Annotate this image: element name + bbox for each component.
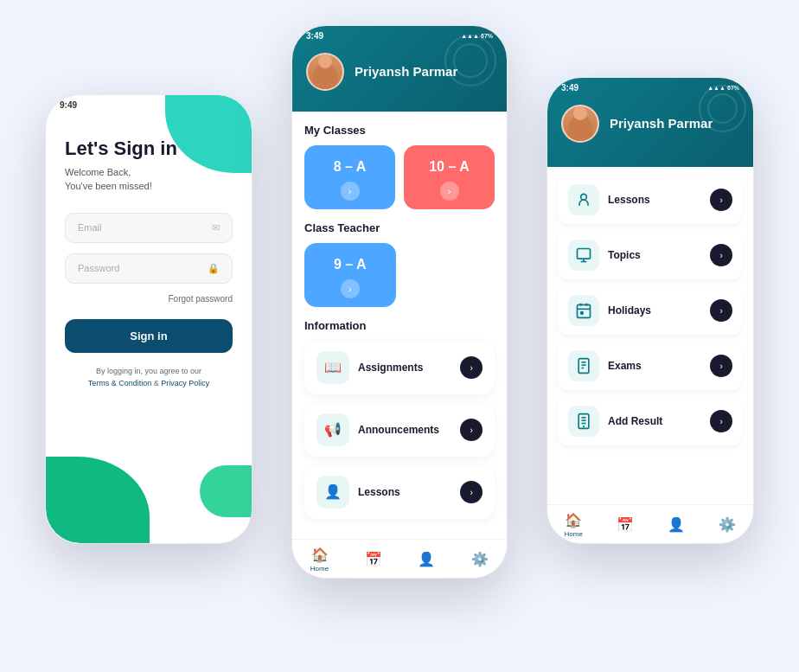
class-card-9a[interactable]: 9 – A › (304, 243, 396, 307)
class-8a-label: 8 – A (334, 159, 367, 175)
calendar-icon-right: 📅 (617, 516, 634, 533)
menu-add-result[interactable]: Add Result › (558, 397, 743, 445)
class-9a-label: 9 – A (334, 257, 367, 272)
teacher-class-cards: 9 – A › (304, 243, 495, 307)
add-result-arrow: › (710, 410, 732, 432)
class-card-10a[interactable]: 10 – A › (404, 145, 495, 209)
announcements-label: Announcements (358, 424, 451, 436)
svg-rect-8 (581, 311, 584, 314)
classes-phone: 3:49 ▲▲▲ 67% Priyansh Parmar (291, 25, 508, 579)
right-body: Lessons › Topics › Holidays › (547, 167, 753, 452)
email-field[interactable]: Email ✉ (65, 213, 233, 243)
assignments-label: Assignments (358, 362, 451, 374)
information-title: Information (304, 319, 495, 332)
right-header: 3:49 ▲▲▲ 67% Priyansh Parmar (547, 78, 753, 167)
home-icon-center: 🏠 (311, 547, 329, 563)
lessons-arrow: › (710, 189, 732, 211)
class-card-8a[interactable]: 8 – A › (304, 145, 395, 209)
profile-icon-center: 👤 (418, 551, 435, 567)
class-10a-label: 10 – A (429, 159, 470, 175)
announcements-icon: 📢 (316, 413, 349, 446)
assignments-icon: 📖 (316, 351, 349, 384)
privacy-link[interactable]: Privacy Policy (161, 379, 209, 387)
nav-settings-right[interactable]: ⚙️ (719, 516, 736, 533)
phones-container: 9:49 ▲▲▲ 67% Let's Sign in Welcome Back,… (28, 25, 771, 648)
time-right: 3:49 (561, 83, 578, 93)
lessons-icon (568, 184, 599, 215)
menu-topics[interactable]: Topics › (558, 231, 743, 279)
lessons-arrow-center: › (460, 481, 483, 503)
profile-icon-right: 👤 (668, 516, 685, 533)
announcements-arrow: › (460, 419, 483, 441)
nav-profile-right[interactable]: 👤 (668, 516, 685, 533)
signin-button[interactable]: Sign in (65, 319, 233, 353)
signin-subtitle: Welcome Back,You've been missed! (65, 165, 233, 194)
center-profile-name: Priyansh Parmar (355, 64, 457, 79)
class-cards: 8 – A › 10 – A › (304, 145, 495, 209)
nav-calendar-center[interactable]: 📅 (365, 551, 382, 567)
settings-icon-right: ⚙️ (719, 516, 736, 533)
time-center: 3:49 (306, 31, 323, 41)
center-body: My Classes 8 – A › 10 – A › Class Teache… (292, 112, 507, 577)
holidays-arrow: › (710, 299, 732, 322)
svg-rect-1 (578, 248, 591, 259)
nav-settings-center[interactable]: ⚙️ (471, 551, 489, 567)
terms-link[interactable]: Terms & Condition (88, 379, 152, 387)
add-result-label: Add Result (608, 415, 701, 427)
info-assignments[interactable]: 📖 Assignments › (304, 341, 495, 394)
center-header: 3:49 ▲▲▲ 67% Priyansh Parmar (292, 26, 507, 112)
signin-content: Let's Sign in Welcome Back,You've been m… (46, 138, 252, 390)
blob-bottom-right-decoration (200, 465, 252, 517)
signin-phone: 9:49 ▲▲▲ 67% Let's Sign in Welcome Back,… (45, 94, 252, 544)
center-bottom-nav: 🏠 Home 📅 👤 ⚙️ (292, 539, 507, 578)
exams-arrow: › (710, 355, 732, 377)
exams-icon (568, 350, 599, 381)
blob-bottom-decoration (46, 457, 150, 543)
add-result-icon (568, 406, 599, 437)
forgot-password-link[interactable]: Forgot password (65, 294, 233, 304)
class-9a-arrow: › (341, 279, 360, 298)
svg-rect-4 (578, 304, 591, 317)
menu-phone: 3:49 ▲▲▲ 67% Priyansh Parmar (547, 77, 754, 544)
nav-calendar-right[interactable]: 📅 (617, 516, 634, 533)
lessons-label: Lessons (608, 194, 701, 206)
settings-icon-center: ⚙️ (471, 551, 489, 567)
nav-home-center[interactable]: 🏠 Home (310, 547, 329, 573)
avatar-right (561, 105, 599, 143)
nav-profile-center[interactable]: 👤 (418, 551, 435, 567)
topics-arrow: › (710, 244, 732, 266)
right-profile-name: Priyansh Parmar (610, 116, 713, 131)
home-label-center: Home (310, 565, 329, 573)
topics-label: Topics (608, 249, 701, 261)
password-field[interactable]: Password 🔒 (65, 253, 233, 284)
class-teacher-title: Class Teacher (304, 221, 495, 234)
holidays-icon (568, 295, 599, 326)
info-lessons[interactable]: 👤 Lessons › (304, 465, 495, 519)
home-icon-right: 🏠 (565, 512, 582, 528)
terms-text: By logging in, you agree to our Terms & … (65, 365, 233, 390)
exams-label: Exams (608, 360, 701, 372)
home-label-right: Home (565, 530, 583, 538)
menu-lessons[interactable]: Lessons › (558, 176, 743, 224)
my-classes-title: My Classes (304, 124, 495, 137)
avatar-center (306, 53, 344, 91)
lessons-icon-center: 👤 (316, 476, 349, 509)
nav-home-right[interactable]: 🏠 Home (565, 512, 583, 538)
calendar-icon-center: 📅 (365, 551, 382, 567)
info-announcements[interactable]: 📢 Announcements › (304, 403, 495, 457)
holidays-label: Holidays (608, 304, 701, 317)
menu-holidays[interactable]: Holidays › (558, 286, 743, 335)
topics-icon (568, 240, 599, 271)
lessons-label-center: Lessons (358, 486, 451, 498)
signin-title: Let's Sign in (65, 138, 233, 160)
assignments-arrow: › (460, 356, 483, 379)
right-bottom-nav: 🏠 Home 📅 👤 ⚙️ (547, 504, 753, 543)
class-8a-arrow: › (341, 182, 360, 201)
class-10a-arrow: › (440, 182, 459, 201)
time-left: 9:49 (60, 100, 77, 110)
menu-exams[interactable]: Exams › (558, 342, 743, 390)
svg-point-0 (581, 194, 587, 200)
